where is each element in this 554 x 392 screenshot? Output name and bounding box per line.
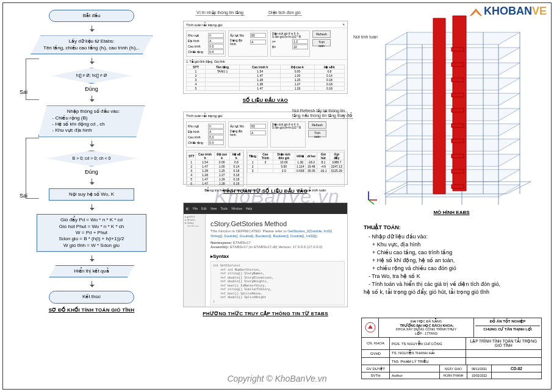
chieurong-input[interactable] <box>208 49 224 54</box>
fc-true-2: Đúng <box>85 169 98 175</box>
annot-result: Kết quả tính toán <box>298 188 326 192</box>
code-heading: cStory.GetStories Method <box>210 220 345 227</box>
syntax-heading: ▸Syntax <box>210 254 345 259</box>
svg-rect-9 <box>451 63 464 66</box>
svg-rect-11 <box>451 93 464 97</box>
svg-rect-15 <box>451 154 464 158</box>
fc-input-params: Nhập thông số đầu vào: - Chiều rộng (B) … <box>38 105 145 137</box>
svg-rect-13 <box>451 124 464 127</box>
title-block: ĐẠI HỌC ĐÀ NẴNG TRƯỜNG ĐẠI HỌC BÁCH KHOA… <box>361 318 542 379</box>
calc-button[interactable]: Tính toán <box>308 130 326 137</box>
svg-rect-10 <box>451 78 464 82</box>
fc-get-data: Lấy dữ liệu từ Etabs: Tên tầng, chiều ca… <box>31 35 153 54</box>
annot-area: Diện tích đón gió <box>267 10 302 16</box>
svg-rect-17 <box>451 185 464 188</box>
refresh-button[interactable]: Refresh <box>312 30 331 38</box>
svg-rect-16 <box>451 169 464 173</box>
svg-line-20 <box>369 200 374 204</box>
uni-logo-icon <box>362 318 379 337</box>
svg-rect-14 <box>451 139 464 143</box>
annot-k-table: Bảng tra hệ số K theo địa hình <box>204 188 256 192</box>
svg-rect-12 <box>451 109 464 112</box>
diahinh-input[interactable] <box>208 38 224 43</box>
close-icon[interactable]: × <box>342 23 345 26</box>
etabs-3d-model <box>361 11 542 207</box>
fc-compute: Gió đẩy Pd = Wo * n * K * cd Gió hút Phu… <box>37 214 146 252</box>
mid-title-1: SỐ LIỆU ĐẦU VÀO <box>183 98 348 103</box>
ide-toolbar: ◧FileEditViewToolsWindowHelp <box>184 203 347 214</box>
screenshot-calc: Nút Refresh lấy lại thông tin tầng nếu t… <box>183 112 348 185</box>
model-title: MÔ HÌNH EABS <box>361 210 542 215</box>
annot-refresh: Nút Refresh lấy lại thông tin tầng nếu t… <box>292 109 353 119</box>
fc-decision-2: B > 0; cd > 0; ch < 0 <box>46 151 137 166</box>
input-table: STTTên tầngCao trình hĐộ cao kHệ số k 1T… <box>186 65 345 91</box>
screenshot-input: Nút tính toán Tính toán tải trọng gió× K… <box>183 21 348 94</box>
annot-input-pos: Vị trí nhập thông tin tầng <box>195 10 245 16</box>
mid-title-3: PHƯƠNG THỨC TRUY CẬP THÔNG TIN TỪ ETABS <box>183 311 348 316</box>
fc-display: Hiển thị kết quả <box>49 265 134 277</box>
svg-rect-8 <box>451 48 464 51</box>
caotrinh-input[interactable] <box>208 44 224 49</box>
code-block: int GetStories( ref int NumberStories, r… <box>210 261 345 305</box>
calc-button[interactable]: Tính toán <box>312 39 331 46</box>
khuvuc-input[interactable] <box>208 33 224 38</box>
fc-true-1: Đúng <box>85 86 98 92</box>
fc-decision-1: hᵢ[] ≠ Ø; hc[] ≠ Ø <box>52 68 131 84</box>
code-desc: This function is DEPRECATED. Please refe… <box>210 229 345 239</box>
copyright-text: Copyright © KhoBanVe.vn <box>227 374 326 383</box>
fc-start: Bắt đầu <box>49 10 134 22</box>
algorithm-text: THUẬT TOÁN: Nhập dữ liệu đầu vào: Khu vự… <box>361 224 542 296</box>
code-sidebar[interactable]: ▸ getXYZ ▸ cFrame ▸ cStory GetStories <box>184 214 206 307</box>
screenshot-code: ◧FileEditViewToolsWindowHelp ▸ getXYZ ▸ … <box>183 202 348 307</box>
fc-interpolate: Nội suy hệ số Wo, K <box>49 188 134 201</box>
flowchart-title: SƠ ĐỒ KHỐI TÍNH TOÁN GIÓ TĨNH <box>12 307 171 313</box>
fc-end: Kết thúc <box>49 291 134 303</box>
refresh-button[interactable]: Refresh <box>308 121 326 129</box>
